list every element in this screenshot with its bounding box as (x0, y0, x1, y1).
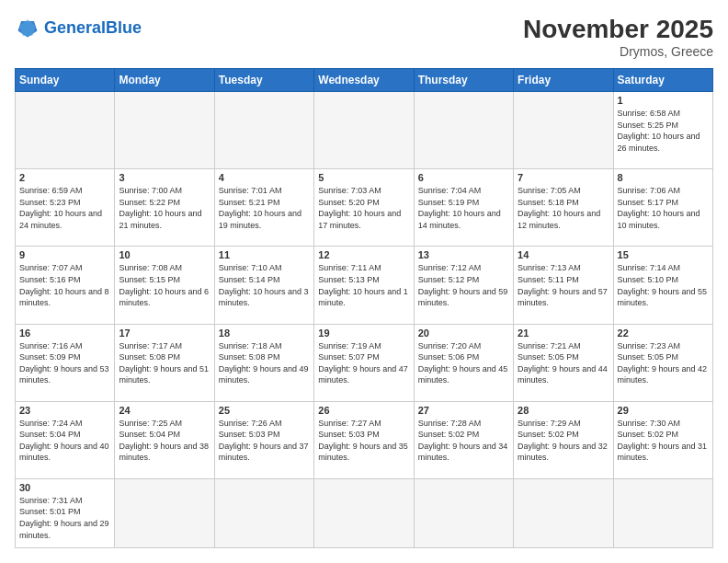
day-22: 22 Sunrise: 7:23 AMSunset: 5:05 PMDaylig… (613, 324, 712, 401)
logo-text: GeneralBlue (44, 19, 142, 36)
logo-blue: Blue (106, 18, 142, 37)
calendar-row-5: 23 Sunrise: 7:24 AMSunset: 5:04 PMDaylig… (16, 401, 713, 478)
calendar-row-2: 2 Sunrise: 6:59 AMSunset: 5:23 PMDayligh… (16, 169, 713, 247)
day-1: 1 Sunrise: 6:58 AMSunset: 5:25 PMDayligh… (613, 92, 712, 169)
header: GeneralBlue November 2025 Drymos, Greece (15, 15, 713, 59)
calendar-table: Sunday Monday Tuesday Wednesday Thursday… (15, 68, 713, 548)
day-24: 24 Sunrise: 7:25 AMSunset: 5:04 PMDaylig… (115, 401, 214, 478)
empty-cell (613, 478, 712, 547)
day-3: 3 Sunrise: 7:00 AMSunset: 5:22 PMDayligh… (115, 169, 214, 247)
day-14: 14 Sunrise: 7:13 AMSunset: 5:11 PMDaylig… (514, 247, 613, 324)
day-21: 21 Sunrise: 7:21 AMSunset: 5:05 PMDaylig… (514, 324, 613, 401)
empty-cell (214, 478, 313, 547)
empty-cell (514, 92, 613, 169)
day-29: 29 Sunrise: 7:30 AMSunset: 5:02 PMDaylig… (613, 401, 712, 478)
page: GeneralBlue November 2025 Drymos, Greece… (0, 0, 728, 563)
day-9: 9 Sunrise: 7:07 AMSunset: 5:16 PMDayligh… (16, 247, 115, 324)
day-8: 8 Sunrise: 7:06 AMSunset: 5:17 PMDayligh… (613, 169, 712, 247)
header-sunday: Sunday (16, 69, 115, 92)
day-4: 4 Sunrise: 7:01 AMSunset: 5:21 PMDayligh… (214, 169, 313, 247)
weekday-header-row: Sunday Monday Tuesday Wednesday Thursday… (16, 69, 713, 92)
title-block: November 2025 Drymos, Greece (523, 15, 713, 59)
empty-cell (314, 478, 414, 547)
calendar-row-1: 1 Sunrise: 6:58 AMSunset: 5:25 PMDayligh… (16, 92, 713, 169)
month-title: November 2025 (523, 15, 713, 44)
calendar-row-4: 16 Sunrise: 7:16 AMSunset: 5:09 PMDaylig… (16, 324, 713, 401)
empty-cell (314, 92, 414, 169)
location: Drymos, Greece (523, 44, 713, 59)
day-20: 20 Sunrise: 7:20 AMSunset: 5:06 PMDaylig… (414, 324, 513, 401)
empty-cell (414, 92, 513, 169)
day-19: 19 Sunrise: 7:19 AMSunset: 5:07 PMDaylig… (314, 324, 414, 401)
day-26: 26 Sunrise: 7:27 AMSunset: 5:03 PMDaylig… (314, 401, 414, 478)
day-5: 5 Sunrise: 7:03 AMSunset: 5:20 PMDayligh… (314, 169, 414, 247)
day-2: 2 Sunrise: 6:59 AMSunset: 5:23 PMDayligh… (16, 169, 115, 247)
day-28: 28 Sunrise: 7:29 AMSunset: 5:02 PMDaylig… (514, 401, 613, 478)
day-25: 25 Sunrise: 7:26 AMSunset: 5:03 PMDaylig… (214, 401, 313, 478)
logo-icon (15, 15, 40, 40)
day-16: 16 Sunrise: 7:16 AMSunset: 5:09 PMDaylig… (16, 324, 115, 401)
header-thursday: Thursday (414, 69, 513, 92)
empty-cell (514, 478, 613, 547)
day-12: 12 Sunrise: 7:11 AMSunset: 5:13 PMDaylig… (314, 247, 414, 324)
empty-cell (115, 478, 214, 547)
day-13: 13 Sunrise: 7:12 AMSunset: 5:12 PMDaylig… (414, 247, 513, 324)
day-23: 23 Sunrise: 7:24 AMSunset: 5:04 PMDaylig… (16, 401, 115, 478)
day-15: 15 Sunrise: 7:14 AMSunset: 5:10 PMDaylig… (613, 247, 712, 324)
empty-cell (414, 478, 513, 547)
calendar-row-3: 9 Sunrise: 7:07 AMSunset: 5:16 PMDayligh… (16, 247, 713, 324)
day-30: 30 Sunrise: 7:31 AMSunset: 5:01 PMDaylig… (16, 478, 115, 547)
day-17: 17 Sunrise: 7:17 AMSunset: 5:08 PMDaylig… (115, 324, 214, 401)
day-18: 18 Sunrise: 7:18 AMSunset: 5:08 PMDaylig… (214, 324, 313, 401)
header-monday: Monday (115, 69, 214, 92)
day-11: 11 Sunrise: 7:10 AMSunset: 5:14 PMDaylig… (214, 247, 313, 324)
empty-cell (115, 92, 214, 169)
calendar-row-6: 30 Sunrise: 7:31 AMSunset: 5:01 PMDaylig… (16, 478, 713, 547)
day-27: 27 Sunrise: 7:28 AMSunset: 5:02 PMDaylig… (414, 401, 513, 478)
day-6: 6 Sunrise: 7:04 AMSunset: 5:19 PMDayligh… (414, 169, 513, 247)
logo: GeneralBlue (15, 15, 142, 40)
empty-cell (16, 92, 115, 169)
header-friday: Friday (514, 69, 613, 92)
logo-general: General (44, 18, 106, 37)
header-saturday: Saturday (613, 69, 712, 92)
header-wednesday: Wednesday (314, 69, 414, 92)
day-7: 7 Sunrise: 7:05 AMSunset: 5:18 PMDayligh… (514, 169, 613, 247)
header-tuesday: Tuesday (214, 69, 313, 92)
day-10: 10 Sunrise: 7:08 AMSunset: 5:15 PMDaylig… (115, 247, 214, 324)
empty-cell (214, 92, 313, 169)
